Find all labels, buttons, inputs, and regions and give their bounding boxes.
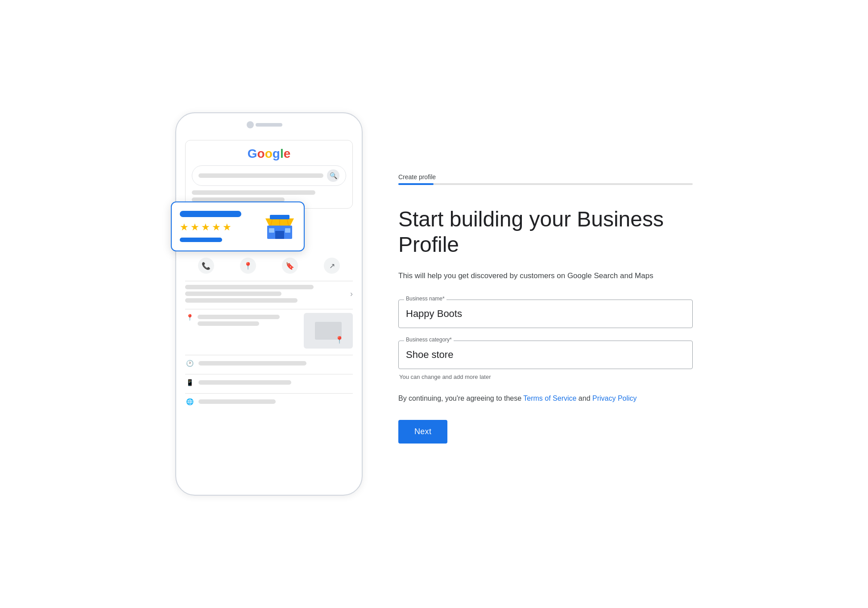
step-label: Create profile	[398, 173, 693, 181]
phone-camera	[247, 121, 254, 128]
star-1: ★	[180, 222, 189, 233]
card-left: ★ ★ ★ ★ ★	[180, 211, 256, 242]
google-logo: Google	[192, 147, 346, 161]
svg-rect-7	[270, 215, 289, 219]
form-title: Start building your Business Profile	[398, 206, 693, 258]
phone-list-item-phone: 📱	[185, 378, 353, 387]
phone-frame: Google 🔍 📞 📍 🔖 ↗	[175, 112, 363, 496]
map-area: 📍	[185, 313, 353, 349]
phone-list-item-hours: 🕐	[185, 359, 353, 368]
star-5: ★	[223, 222, 231, 233]
skel-line	[198, 315, 280, 319]
phone-list-lines-2	[198, 361, 353, 366]
phone-divider-5	[185, 393, 353, 394]
form-section: Create profile Start building your Busin…	[398, 164, 693, 444]
phone-list-lines	[185, 285, 346, 303]
business-name-field[interactable]: Business name*	[398, 300, 693, 328]
business-card-overlay: ★ ★ ★ ★ ★	[171, 201, 305, 251]
star-4: ★	[212, 222, 221, 233]
progress-bar-fill	[398, 183, 434, 185]
phone-divider-3	[185, 355, 353, 355]
phone-section: Google 🔍 📞 📍 🔖 ↗	[175, 112, 363, 496]
phone-nav-icons: 📞 📍 🔖 ↗	[185, 258, 353, 274]
search-icon: 🔍	[327, 169, 339, 182]
next-button[interactable]: Next	[398, 420, 447, 444]
progress-bar-container	[398, 183, 693, 185]
skel-line	[198, 399, 276, 404]
search-bar-line	[198, 173, 323, 178]
phone-list-item-web: 🌐	[185, 397, 353, 406]
store-icon	[264, 210, 296, 242]
phone-google-area: Google 🔍	[185, 140, 353, 209]
tos-text: By continuing, you're agreeing to these …	[398, 393, 693, 404]
phone-list-item: ›	[185, 285, 353, 303]
business-category-input[interactable]	[399, 341, 692, 369]
skel-line	[192, 190, 315, 195]
form-subtitle: This will help you get discovered by cus…	[398, 270, 693, 282]
map-lines	[198, 313, 300, 326]
phone-divider-2	[185, 309, 353, 309]
tos-link-privacy[interactable]: Privacy Policy	[592, 394, 637, 402]
skel-line	[185, 298, 298, 303]
phone-nav-icon-share: ↗	[324, 258, 340, 274]
skel-line	[185, 292, 281, 296]
tos-link-terms[interactable]: Terms of Service	[523, 394, 576, 402]
skeleton-lines	[192, 190, 346, 202]
tos-prefix: By continuing, you're agreeing to these	[398, 394, 523, 402]
clock-icon: 🕐	[185, 359, 194, 368]
skel-line	[198, 380, 291, 385]
skel-line	[198, 321, 259, 326]
search-bar: 🔍	[192, 165, 346, 186]
phone-nav-icon-phone: 📞	[198, 258, 214, 274]
phone-content: 📞 📍 🔖 ↗ ›	[185, 213, 353, 481]
phone-list-lines-3	[198, 380, 353, 385]
phone-nav-icon-location: 📍	[240, 258, 256, 274]
phone-speaker	[256, 123, 282, 127]
business-category-label: Business category*	[404, 337, 454, 343]
map-pin-icon: 📍	[185, 313, 194, 322]
phone-icon: 📱	[185, 378, 194, 387]
globe-icon: 🌐	[185, 397, 194, 406]
phone-list-lines-4	[198, 399, 353, 404]
card-detail-bar	[180, 238, 222, 242]
page-container: Google 🔍 📞 📍 🔖 ↗	[0, 0, 868, 608]
business-name-input[interactable]	[399, 300, 692, 328]
phone-divider-4	[185, 374, 353, 374]
category-hint: You can change and add more later	[398, 374, 693, 380]
svg-rect-2	[269, 228, 274, 233]
phone-nav-icon-bookmark: 🔖	[282, 258, 298, 274]
business-category-field[interactable]: Business category*	[398, 341, 693, 369]
skel-line	[185, 285, 314, 289]
card-name-bar	[180, 211, 241, 217]
skel-line	[198, 361, 306, 366]
list-chevron-icon: ›	[350, 289, 353, 299]
card-stars: ★ ★ ★ ★ ★	[180, 222, 256, 233]
svg-rect-1	[275, 231, 284, 239]
svg-rect-3	[285, 228, 290, 233]
map-thumbnail	[304, 313, 353, 349]
phone-divider	[185, 281, 353, 281]
star-3: ★	[201, 222, 210, 233]
business-name-label: Business name*	[404, 296, 446, 302]
star-2: ★	[190, 222, 199, 233]
tos-and: and	[576, 394, 592, 402]
